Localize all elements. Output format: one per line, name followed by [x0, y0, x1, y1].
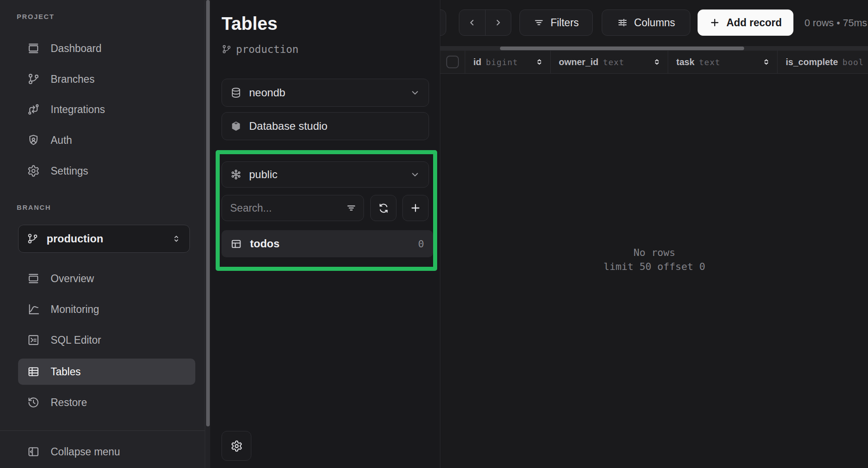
- filter-lines-icon[interactable]: [346, 203, 357, 213]
- gear-icon: [27, 165, 40, 177]
- data-grid-panel: Filters Columns Add record 0 rows • 75ms…: [440, 0, 868, 468]
- column-header-is-complete[interactable]: is_complete bool: [778, 51, 868, 73]
- database-selector[interactable]: neondb: [222, 79, 429, 107]
- table-icon: [231, 238, 242, 250]
- sidebar-item-branches[interactable]: Branches: [18, 66, 195, 92]
- git-branch-icon: [27, 73, 40, 85]
- monitoring-icon: [27, 303, 40, 316]
- chevron-up-down-icon: [171, 234, 181, 244]
- table-search-input[interactable]: [222, 195, 364, 221]
- column-type: bool: [843, 57, 864, 67]
- column-name: owner_id: [559, 57, 599, 67]
- sidebar-item-settings[interactable]: Settings: [18, 158, 195, 184]
- select-all-checkbox[interactable]: [446, 56, 459, 68]
- tables-panel: Tables production neondb Database studio…: [210, 0, 440, 468]
- project-section-label: PROJECT: [17, 13, 54, 20]
- sidebar-item-label: Auth: [51, 134, 72, 147]
- sidebar-item-label: Branches: [51, 73, 94, 85]
- table-icon: [27, 365, 40, 378]
- panel-title: Tables: [222, 14, 278, 34]
- sidebar-divider: [0, 430, 205, 431]
- column-header-task[interactable]: task text: [668, 51, 778, 73]
- collapse-menu-button[interactable]: Collapse menu: [18, 439, 195, 465]
- sidebar-item-tables[interactable]: Tables: [18, 359, 195, 385]
- horizontal-scrollbar-thumb[interactable]: [500, 47, 744, 50]
- schema-icon: [230, 169, 242, 180]
- branch-breadcrumb: production: [222, 43, 298, 55]
- horizontal-scrollbar[interactable]: [440, 46, 868, 51]
- table-row-count: 0: [418, 238, 424, 250]
- branch-breadcrumb-label: production: [236, 43, 298, 55]
- next-page-button[interactable]: [485, 10, 511, 35]
- gear-icon: [231, 440, 243, 452]
- clipped-toolbar-button[interactable]: [440, 9, 446, 36]
- sidebar-item-label: Integrations: [51, 104, 105, 116]
- sidebar-item-label: Dashboard: [51, 43, 102, 55]
- refresh-icon: [378, 203, 389, 214]
- schema-selector-value: public: [249, 168, 278, 181]
- sort-icon[interactable]: [762, 57, 771, 66]
- database-icon: [230, 87, 242, 99]
- sort-icon[interactable]: [535, 57, 544, 66]
- column-type: text: [699, 57, 720, 67]
- branch-selector-value: production: [47, 232, 103, 245]
- branch-selector[interactable]: production: [18, 225, 190, 253]
- schema-selector[interactable]: public: [222, 161, 429, 188]
- dashboard-icon: [27, 42, 40, 55]
- sidebar-item-auth[interactable]: Auth: [18, 127, 195, 153]
- sort-icon[interactable]: [652, 57, 661, 66]
- refresh-tables-button[interactable]: [370, 195, 396, 221]
- column-header-owner-id[interactable]: owner_id text: [551, 51, 668, 73]
- column-name: id: [473, 57, 481, 67]
- columns-button-label: Columns: [634, 17, 675, 29]
- project-sidebar: PROJECT Dashboard Branches Integrations …: [0, 0, 205, 468]
- filters-button-label: Filters: [551, 17, 579, 29]
- cube-icon: [230, 120, 242, 132]
- restore-history-icon: [27, 396, 40, 409]
- column-header-id[interactable]: id bigint: [465, 51, 551, 73]
- auth-shield-icon: [27, 134, 40, 147]
- pagination-control: [459, 9, 511, 36]
- column-type: bigint: [486, 57, 518, 67]
- chevron-right-icon: [493, 18, 503, 28]
- sidebar-item-sql-editor[interactable]: SQL Editor: [18, 327, 195, 353]
- filter-lines-icon: [533, 17, 544, 28]
- grid-header-row: id bigint owner_id text task text is_com…: [440, 51, 868, 74]
- plus-icon: [410, 202, 421, 214]
- database-studio-button[interactable]: Database studio: [222, 112, 429, 140]
- table-list-item-todos[interactable]: todos 0: [222, 230, 433, 257]
- columns-button[interactable]: Columns: [602, 9, 690, 36]
- sidebar-scrollbar-thumb[interactable]: [206, 0, 210, 426]
- table-name: todos: [250, 237, 279, 250]
- sidebar-item-monitoring[interactable]: Monitoring: [18, 296, 195, 322]
- sidebar-item-integrations[interactable]: Integrations: [18, 96, 195, 123]
- filters-button[interactable]: Filters: [519, 9, 593, 36]
- sidebar-item-label: SQL Editor: [51, 334, 101, 346]
- rows-info-status: 0 rows • 75ms: [804, 17, 867, 29]
- add-record-button[interactable]: Add record: [698, 9, 793, 36]
- add-table-button[interactable]: [402, 195, 429, 221]
- sidebar-item-dashboard[interactable]: Dashboard: [18, 35, 195, 61]
- sidebar-item-restore[interactable]: Restore: [18, 389, 195, 416]
- studio-button-label: Database studio: [249, 120, 327, 132]
- chevron-down-icon: [410, 169, 420, 180]
- panel-settings-button[interactable]: [222, 431, 251, 461]
- sliders-icon: [617, 17, 628, 28]
- sidebar-scrollbar[interactable]: [205, 0, 210, 468]
- collapse-menu-label: Collapse menu: [51, 446, 120, 458]
- sidebar-item-overview[interactable]: Overview: [18, 265, 195, 292]
- sidebar-item-label: Tables: [51, 366, 80, 378]
- empty-state-line1: No rows: [440, 246, 868, 260]
- integrations-icon: [27, 103, 40, 116]
- table-search: [222, 195, 364, 221]
- column-name: task: [676, 57, 694, 67]
- chevron-down-icon: [410, 87, 420, 98]
- chevron-left-icon: [467, 18, 477, 28]
- sidebar-item-label: Overview: [51, 273, 94, 285]
- sql-editor-icon: [27, 334, 40, 346]
- branch-section-label: BRANCH: [17, 203, 51, 211]
- prev-page-button[interactable]: [459, 10, 485, 35]
- overview-icon: [27, 272, 40, 285]
- sidebar-item-label: Settings: [51, 165, 88, 177]
- git-branch-icon: [27, 233, 38, 245]
